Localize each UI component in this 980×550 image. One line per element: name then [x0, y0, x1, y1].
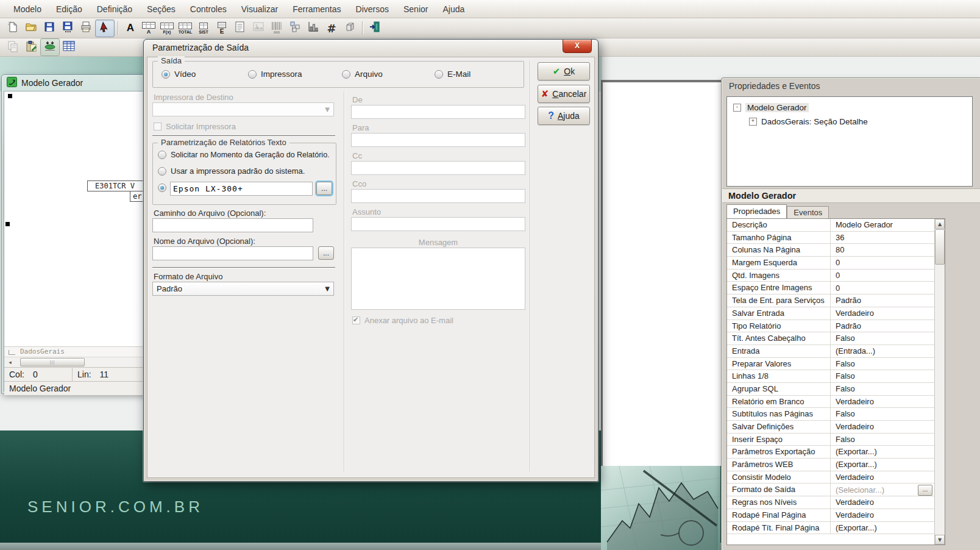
insert-total-field-button[interactable]: TOTAL — [176, 20, 194, 37]
save-as-button[interactable] — [59, 20, 77, 37]
tab-eventos[interactable]: Eventos — [787, 206, 829, 218]
insert-chart-button[interactable] — [304, 20, 322, 37]
table-row[interactable]: Tamanho Página36 — [727, 232, 934, 245]
insert-cube-button[interactable] — [341, 20, 359, 37]
table-row[interactable]: Tít. Antes CabeçalhoFalso — [727, 332, 934, 345]
table-row[interactable]: Salvar DefiniçõesVerdadeiro — [727, 421, 934, 434]
menu-secoes[interactable]: Seções — [140, 2, 183, 16]
table-row[interactable]: Tipo RelatórioPadrão — [727, 320, 934, 333]
email-cc-input[interactable] — [351, 161, 525, 175]
open-button[interactable] — [22, 20, 40, 37]
radio-specific-printer[interactable] — [158, 184, 166, 192]
expand-icon[interactable]: + — [749, 118, 757, 126]
insert-image-button[interactable] — [249, 20, 268, 37]
menu-controles[interactable]: Controles — [183, 2, 234, 16]
table-row[interactable]: Parâmetros WEB(Exportar...) — [727, 459, 934, 471]
insert-field-button[interactable]: A — [140, 20, 158, 37]
table-row[interactable]: Qtd. Imagens0 — [727, 270, 934, 282]
email-para-input[interactable] — [351, 133, 525, 147]
table-row[interactable]: Parâmetros Exportação(Exportar...) — [727, 446, 934, 459]
menu-ferramentas[interactable]: Ferramentas — [285, 2, 348, 16]
cancel-button[interactable]: ✘ Cancelar — [538, 85, 590, 103]
file-name-input[interactable] — [152, 246, 313, 260]
email-cco-input[interactable] — [351, 189, 525, 203]
printer-dest-combobox[interactable]: ▼ — [152, 102, 334, 116]
table-row[interactable]: Rodapé Final PáginaVerdadeiro — [727, 509, 934, 522]
insert-e-field-button[interactable]: E — [213, 20, 231, 37]
table-row[interactable]: Agrupar SQLFalso — [727, 383, 934, 396]
table-row[interactable]: Margem Esquerda0 — [727, 257, 934, 270]
exit-button[interactable] — [366, 20, 384, 37]
menu-senior[interactable]: Senior — [396, 2, 435, 16]
scroll-down-arrow-icon[interactable]: ▼ — [935, 535, 945, 545]
table-row[interactable]: Colunas Na Página80 — [727, 244, 934, 257]
selection-handle[interactable] — [8, 94, 12, 98]
solicit-printer-checkbox[interactable]: Solicitar Impressora — [154, 122, 236, 131]
radio-impressora[interactable]: Impressora — [248, 70, 302, 79]
radio-video[interactable]: Vídeo — [162, 70, 196, 79]
radio-button-icon[interactable] — [158, 184, 166, 192]
radio-button-icon[interactable] — [342, 70, 350, 79]
table-row[interactable]: Salvar EntradaVerdadeiro — [727, 307, 934, 320]
printer-browse-button[interactable]: ... — [316, 182, 332, 195]
horizontal-scrollbar[interactable]: ◂ ||| — [4, 357, 149, 367]
tree-item-modelo-gerador[interactable]: - Modelo Gerador — [727, 101, 972, 115]
menu-modelo[interactable]: Modelo — [6, 2, 49, 16]
menu-edicao[interactable]: Edição — [49, 2, 90, 16]
help-button[interactable]: ? Ajuda — [538, 107, 590, 125]
vertical-scrollbar[interactable]: ▲ ▼ — [934, 219, 945, 545]
merge-rows-button[interactable] — [40, 38, 60, 56]
table-row[interactable]: Regras nos NíveisVerdadeiro — [727, 496, 934, 509]
printer-name-input[interactable] — [170, 182, 313, 196]
email-assunto-input[interactable] — [351, 217, 525, 231]
checkbox-checked-icon[interactable] — [352, 316, 360, 324]
table-row[interactable]: Tela de Ent. para ServiçosPadrão — [727, 295, 934, 307]
file-format-combobox[interactable]: Padrão ▼ — [152, 282, 334, 296]
file-path-input[interactable] — [152, 218, 313, 232]
radio-button-icon[interactable] — [435, 70, 443, 79]
email-de-input[interactable] — [351, 105, 525, 119]
table-row[interactable]: Consistir ModeloVerdadeiro — [727, 471, 934, 484]
menu-diversos[interactable]: Diversos — [349, 2, 396, 16]
ok-button[interactable]: ✔ Ok — [538, 62, 590, 80]
editor-canvas[interactable]: E301TCR V er — [4, 91, 149, 347]
table-row[interactable]: Rodapé Tít. Final Página(Exportar...) — [727, 522, 934, 535]
table-row[interactable]: Subtítulos nas PáginasFalso — [727, 408, 934, 421]
attach-file-checkbox[interactable]: Anexar arquivo ao E-mail — [352, 316, 453, 325]
scrollbar-thumb[interactable] — [935, 229, 945, 265]
table-row[interactable]: Espaço Entre Imagens0 — [727, 282, 934, 295]
table-row[interactable]: Relatório em BrancoVerdadeiro — [727, 396, 934, 409]
checkbox-icon[interactable] — [154, 123, 162, 130]
editor-titlebar[interactable]: Modelo Gerador — [2, 75, 152, 91]
tab-propriedades[interactable]: Propriedades — [726, 204, 787, 218]
browse-button[interactable]: ... — [918, 485, 932, 496]
menu-definicao[interactable]: Definição — [90, 2, 140, 16]
radio-button-icon[interactable] — [162, 70, 170, 79]
table-row[interactable]: Entrada(Entrada...) — [727, 345, 934, 358]
select-cursor-button[interactable] — [95, 20, 115, 37]
email-mensagem-textarea[interactable] — [351, 248, 525, 310]
radio-arquivo[interactable]: Arquivo — [342, 70, 383, 79]
table-row[interactable]: Inserir EspaçoFalso — [727, 434, 934, 446]
insert-table-button[interactable] — [60, 39, 78, 55]
save-button[interactable] — [40, 20, 59, 37]
print-button[interactable] — [77, 20, 95, 37]
insert-grid-button[interactable]: # — [322, 20, 341, 37]
report-text-button[interactable] — [231, 20, 249, 37]
menu-visualizar[interactable]: Visualizar — [234, 2, 285, 16]
copy-button[interactable] — [4, 39, 22, 55]
radio-button-icon[interactable] — [248, 70, 257, 79]
collapse-icon[interactable]: - — [733, 104, 741, 112]
scrollbar-thumb[interactable]: ||| — [20, 358, 85, 366]
table-row-formato-saida[interactable]: Formato de Saída(Selecionar...)... — [727, 484, 934, 496]
radio-email[interactable]: E-Mail — [435, 70, 470, 79]
insert-formula-field-button[interactable]: F(x) — [158, 20, 176, 37]
structure-button[interactable] — [286, 20, 304, 37]
paste-special-button[interactable] — [22, 39, 40, 55]
radio-button-icon[interactable] — [158, 167, 166, 176]
menu-ajuda[interactable]: Ajuda — [435, 2, 472, 16]
new-model-button[interactable] — [4, 20, 22, 37]
table-row[interactable]: Preparar ValoresFalso — [727, 358, 934, 371]
file-name-browse-button[interactable]: ... — [318, 246, 334, 260]
insert-barcode-button[interactable]: 000 — [268, 20, 286, 37]
